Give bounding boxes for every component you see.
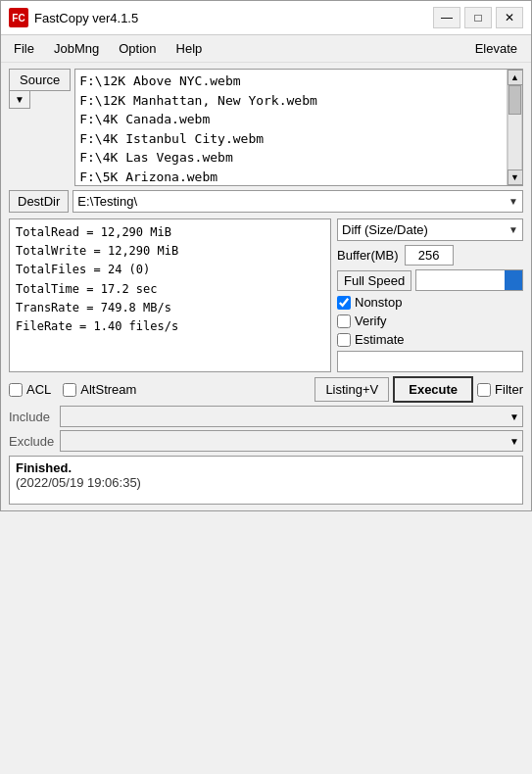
source-row: Source ▼ F:\12K Above NYC.webm F:\12K Ma… [9, 69, 523, 186]
destdir-input[interactable] [73, 191, 505, 212]
source-scrollbar: ▲ ▼ [507, 70, 522, 185]
filter-label: Filter [495, 382, 523, 397]
include-label: Include [9, 410, 56, 424]
acl-checkbox[interactable] [9, 383, 23, 397]
alt-stream-checkbox-label[interactable]: AltStream [63, 382, 136, 397]
stats-options-row: TotalRead = 12,290 MiB TotalWrite = 12,2… [9, 218, 523, 372]
source-button[interactable]: Source [9, 69, 71, 91]
stats-box: TotalRead = 12,290 MiB TotalWrite = 12,2… [9, 218, 331, 372]
scroll-thumb[interactable] [508, 85, 521, 115]
destdir-row: DestDir ▼ [9, 190, 523, 213]
menu-help[interactable]: Help [168, 37, 212, 60]
execute-button[interactable]: Execute [393, 376, 473, 403]
buffer-label: Buffer(MB) [337, 248, 399, 263]
speed-label: Full Speed [337, 270, 411, 291]
window-title: FastCopy ver4.1.5 [34, 11, 433, 25]
list-item: F:\4K Canada.webm [79, 110, 503, 129]
status-box: Finished. (2022/05/19 19:06:35) [9, 456, 523, 505]
source-file-list[interactable]: F:\12K Above NYC.webm F:\12K Manhattan, … [75, 70, 507, 185]
stat-file-rate: FileRate = 1.40 files/s [16, 317, 324, 336]
estimate-label: Estimate [355, 332, 405, 347]
diff-arrow-icon: ▼ [505, 224, 522, 235]
list-item: F:\5K Arizona.webm [79, 168, 503, 186]
estimate-checkbox[interactable] [337, 333, 351, 347]
nonstop-checkbox[interactable] [337, 296, 351, 310]
estimate-checkbox-label[interactable]: Estimate [337, 332, 405, 347]
filter-checkbox[interactable] [477, 383, 491, 397]
verify-checkbox[interactable] [337, 314, 351, 328]
menu-file[interactable]: File [5, 37, 43, 60]
minimize-button[interactable]: — [433, 7, 460, 28]
exclude-label: Exclude [9, 434, 56, 449]
exclude-arrow-icon[interactable]: ▼ [507, 436, 522, 447]
stat-total-time: TotalTime = 17.2 sec [16, 280, 324, 299]
filter-checkbox-label[interactable]: Filter [477, 382, 523, 397]
include-input[interactable] [61, 408, 507, 426]
content-area: Source ▼ F:\12K Above NYC.webm F:\12K Ma… [1, 63, 531, 510]
verify-label: Verify [355, 314, 387, 328]
source-btn-group: Source ▼ [9, 69, 71, 109]
status-line2: (2022/05/19 19:06:35) [16, 475, 516, 490]
buffer-row: Buffer(MB) [337, 245, 523, 266]
nonstop-checkbox-label[interactable]: Nonstop [337, 295, 402, 310]
main-window: FC FastCopy ver4.1.5 — □ ✕ File JobMng O… [0, 0, 532, 511]
menu-bar: File JobMng Option Help Elevate [1, 35, 531, 63]
acl-label: ACL [26, 382, 51, 397]
exclude-input[interactable] [61, 432, 507, 451]
menu-items: File JobMng Option Help [5, 37, 211, 60]
options-column: Diff (Size/Date) Copy (All) Move Sync De… [337, 218, 523, 372]
buffer-input[interactable] [405, 245, 454, 266]
menu-jobmng[interactable]: JobMng [45, 37, 108, 60]
exclude-row: Exclude ▼ [9, 430, 523, 452]
title-bar: FC FastCopy ver4.1.5 — □ ✕ [1, 1, 531, 35]
menu-option[interactable]: Option [110, 37, 165, 60]
stat-total-write: TotalWrite = 12,290 MiB [16, 242, 324, 261]
exclude-input-wrapper: ▼ [60, 430, 523, 452]
list-item: F:\12K Manhattan, New York.webm [79, 91, 503, 111]
scroll-down-button[interactable]: ▼ [508, 169, 523, 185]
nonstop-label: Nonstop [355, 295, 402, 310]
destdir-arrow-icon[interactable]: ▼ [505, 196, 522, 207]
status-line1: Finished. [16, 460, 516, 475]
elevate-button[interactable]: Elevate [465, 39, 527, 58]
stat-total-read: TotalRead = 12,290 MiB [16, 223, 324, 242]
destdir-button[interactable]: DestDir [9, 190, 69, 213]
speed-row: Full Speed [337, 269, 523, 291]
alt-stream-checkbox[interactable] [63, 383, 76, 397]
scroll-track [508, 85, 522, 169]
speed-slider-wrapper [415, 269, 523, 291]
stat-trans-rate: TransRate = 749.8 MB/s [16, 299, 324, 317]
destdir-input-wrapper: ▼ [73, 190, 523, 213]
include-arrow-icon[interactable]: ▼ [507, 411, 522, 422]
stat-total-files: TotalFiles = 24 (0) [16, 261, 324, 279]
diff-select[interactable]: Diff (Size/Date) Copy (All) Move Sync De… [338, 219, 505, 240]
source-file-list-container: F:\12K Above NYC.webm F:\12K Manhattan, … [74, 69, 523, 186]
extra-text-input[interactable] [337, 351, 523, 372]
include-row: Include ▼ [9, 406, 523, 427]
verify-checkbox-label[interactable]: Verify [337, 314, 387, 328]
window-controls: — □ ✕ [433, 7, 523, 28]
list-item: F:\4K Las Vegas.webm [79, 148, 503, 168]
alt-stream-label: AltStream [80, 382, 136, 397]
include-input-wrapper: ▼ [60, 406, 523, 427]
close-button[interactable]: ✕ [496, 7, 523, 28]
list-item: F:\4K Istanbul City.webm [79, 129, 503, 149]
diff-select-wrapper: Diff (Size/Date) Copy (All) Move Sync De… [337, 218, 523, 241]
app-icon: FC [9, 8, 28, 27]
verify-row: Verify [337, 314, 523, 328]
listing-button[interactable]: Listing+V [314, 377, 389, 402]
scroll-up-button[interactable]: ▲ [508, 70, 523, 85]
estimate-row: Estimate [337, 332, 523, 347]
acl-checkbox-label[interactable]: ACL [9, 382, 51, 397]
maximize-button[interactable]: □ [464, 7, 492, 28]
list-item: F:\12K Above NYC.webm [79, 72, 503, 91]
bottom-buttons-row: ACL AltStream Listing+V Execute Filter [9, 376, 523, 403]
source-dropdown-button[interactable]: ▼ [9, 91, 30, 109]
nonstop-row: Nonstop [337, 295, 523, 310]
